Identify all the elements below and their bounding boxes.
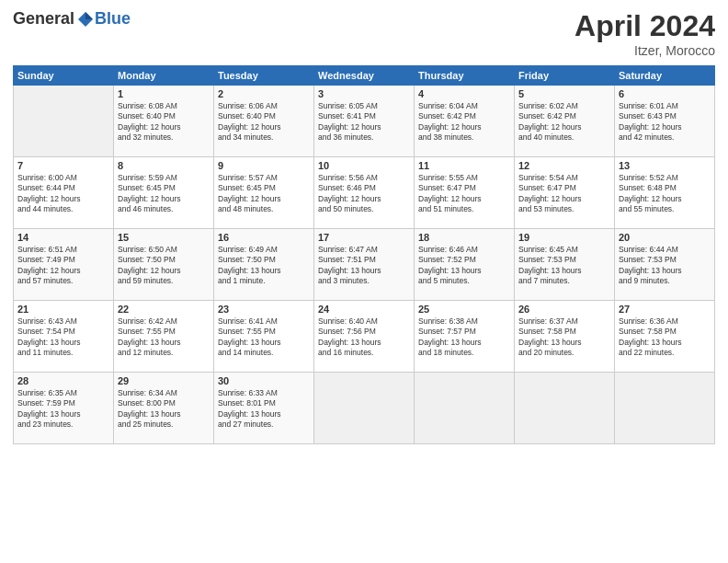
day-cell: 23Sunrise: 6:41 AM Sunset: 7:55 PM Dayli…: [214, 301, 314, 373]
week-row-4: 21Sunrise: 6:43 AM Sunset: 7:54 PM Dayli…: [14, 301, 715, 373]
day-number: 18: [418, 232, 510, 243]
col-sunday: Sunday: [14, 66, 114, 86]
day-cell: 17Sunrise: 6:47 AM Sunset: 7:51 PM Dayli…: [314, 229, 415, 301]
day-cell: [314, 373, 415, 444]
day-number: 20: [619, 232, 711, 243]
col-saturday: Saturday: [615, 66, 715, 86]
day-info: Sunrise: 6:44 AM Sunset: 7:53 PM Dayligh…: [619, 245, 711, 287]
day-info: Sunrise: 6:50 AM Sunset: 7:50 PM Dayligh…: [118, 245, 210, 287]
day-number: 21: [17, 304, 109, 315]
day-number: 10: [318, 160, 410, 171]
day-cell: 20Sunrise: 6:44 AM Sunset: 7:53 PM Dayli…: [615, 229, 715, 301]
logo-icon: [76, 10, 95, 29]
day-number: 28: [17, 375, 109, 386]
day-cell: 2Sunrise: 6:06 AM Sunset: 6:40 PM Daylig…: [214, 86, 314, 157]
day-cell: 29Sunrise: 6:34 AM Sunset: 8:00 PM Dayli…: [114, 373, 214, 444]
day-cell: 12Sunrise: 5:54 AM Sunset: 6:47 PM Dayli…: [515, 157, 615, 229]
day-number: 15: [118, 232, 210, 243]
day-number: 30: [218, 375, 310, 386]
day-number: 5: [518, 88, 610, 99]
week-row-2: 7Sunrise: 6:00 AM Sunset: 6:44 PM Daylig…: [14, 157, 715, 229]
col-thursday: Thursday: [415, 66, 515, 86]
day-info: Sunrise: 6:35 AM Sunset: 7:59 PM Dayligh…: [17, 388, 109, 431]
day-cell: 18Sunrise: 6:46 AM Sunset: 7:52 PM Dayli…: [415, 229, 515, 301]
day-number: 23: [218, 304, 310, 315]
day-info: Sunrise: 6:41 AM Sunset: 7:55 PM Dayligh…: [218, 316, 310, 359]
day-number: 25: [418, 304, 510, 315]
week-row-5: 28Sunrise: 6:35 AM Sunset: 7:59 PM Dayli…: [14, 373, 715, 444]
day-info: Sunrise: 5:56 AM Sunset: 6:46 PM Dayligh…: [318, 173, 410, 215]
day-info: Sunrise: 6:38 AM Sunset: 7:57 PM Dayligh…: [418, 316, 510, 359]
day-info: Sunrise: 6:40 AM Sunset: 7:56 PM Dayligh…: [318, 316, 410, 359]
day-number: 9: [218, 160, 310, 171]
logo: General Blue: [13, 9, 131, 29]
day-info: Sunrise: 6:36 AM Sunset: 7:58 PM Dayligh…: [619, 316, 711, 359]
day-number: 22: [118, 304, 210, 315]
day-number: 19: [518, 232, 610, 243]
day-number: 2: [218, 88, 310, 99]
col-monday: Monday: [114, 66, 214, 86]
day-number: 26: [518, 304, 610, 315]
day-info: Sunrise: 6:33 AM Sunset: 8:01 PM Dayligh…: [218, 388, 310, 431]
day-info: Sunrise: 5:55 AM Sunset: 6:47 PM Dayligh…: [418, 173, 510, 215]
day-cell: [14, 86, 114, 157]
day-cell: [515, 373, 615, 444]
day-info: Sunrise: 6:43 AM Sunset: 7:54 PM Dayligh…: [17, 316, 109, 359]
day-cell: 9Sunrise: 5:57 AM Sunset: 6:45 PM Daylig…: [214, 157, 314, 229]
day-info: Sunrise: 5:54 AM Sunset: 6:47 PM Dayligh…: [518, 173, 610, 215]
day-cell: 19Sunrise: 6:45 AM Sunset: 7:53 PM Dayli…: [515, 229, 615, 301]
day-cell: 27Sunrise: 6:36 AM Sunset: 7:58 PM Dayli…: [615, 301, 715, 373]
day-cell: 21Sunrise: 6:43 AM Sunset: 7:54 PM Dayli…: [14, 301, 114, 373]
day-cell: 28Sunrise: 6:35 AM Sunset: 7:59 PM Dayli…: [14, 373, 114, 444]
day-cell: 14Sunrise: 6:51 AM Sunset: 7:49 PM Dayli…: [14, 229, 114, 301]
day-info: Sunrise: 6:00 AM Sunset: 6:44 PM Dayligh…: [17, 173, 109, 215]
page: General Blue April 2024 Itzer, Morocco S…: [0, 0, 728, 563]
day-number: 14: [17, 232, 109, 243]
day-cell: 3Sunrise: 6:05 AM Sunset: 6:41 PM Daylig…: [314, 86, 415, 157]
day-number: 3: [318, 88, 410, 99]
header-row: Sunday Monday Tuesday Wednesday Thursday…: [14, 66, 715, 86]
month-title: April 2024: [574, 9, 715, 43]
day-number: 8: [118, 160, 210, 171]
col-friday: Friday: [515, 66, 615, 86]
day-number: 6: [619, 88, 711, 99]
day-number: 1: [118, 88, 210, 99]
day-info: Sunrise: 6:34 AM Sunset: 8:00 PM Dayligh…: [118, 388, 210, 431]
day-number: 29: [118, 375, 210, 386]
day-cell: 1Sunrise: 6:08 AM Sunset: 6:40 PM Daylig…: [114, 86, 214, 157]
day-cell: 10Sunrise: 5:56 AM Sunset: 6:46 PM Dayli…: [314, 157, 415, 229]
day-number: 17: [318, 232, 410, 243]
day-cell: 22Sunrise: 6:42 AM Sunset: 7:55 PM Dayli…: [114, 301, 214, 373]
svg-marker-1: [85, 12, 93, 19]
day-info: Sunrise: 5:57 AM Sunset: 6:45 PM Dayligh…: [218, 173, 310, 215]
day-number: 13: [619, 160, 711, 171]
day-cell: 15Sunrise: 6:50 AM Sunset: 7:50 PM Dayli…: [114, 229, 214, 301]
day-cell: [415, 373, 515, 444]
day-number: 27: [619, 304, 711, 315]
day-cell: 11Sunrise: 5:55 AM Sunset: 6:47 PM Dayli…: [415, 157, 515, 229]
day-info: Sunrise: 6:49 AM Sunset: 7:50 PM Dayligh…: [218, 245, 310, 287]
header: General Blue April 2024 Itzer, Morocco: [13, 9, 715, 58]
day-info: Sunrise: 6:06 AM Sunset: 6:40 PM Dayligh…: [218, 101, 310, 144]
day-info: Sunrise: 6:04 AM Sunset: 6:42 PM Dayligh…: [418, 101, 510, 144]
day-cell: 6Sunrise: 6:01 AM Sunset: 6:43 PM Daylig…: [615, 86, 715, 157]
day-number: 7: [17, 160, 109, 171]
col-wednesday: Wednesday: [314, 66, 415, 86]
day-cell: 5Sunrise: 6:02 AM Sunset: 6:42 PM Daylig…: [515, 86, 615, 157]
day-info: Sunrise: 6:01 AM Sunset: 6:43 PM Dayligh…: [619, 101, 711, 144]
day-number: 12: [518, 160, 610, 171]
logo-general: General: [13, 9, 74, 29]
calendar-table: Sunday Monday Tuesday Wednesday Thursday…: [13, 65, 715, 444]
day-cell: 25Sunrise: 6:38 AM Sunset: 7:57 PM Dayli…: [415, 301, 515, 373]
day-info: Sunrise: 6:42 AM Sunset: 7:55 PM Dayligh…: [118, 316, 210, 359]
day-info: Sunrise: 6:45 AM Sunset: 7:53 PM Dayligh…: [518, 245, 610, 287]
day-info: Sunrise: 6:37 AM Sunset: 7:58 PM Dayligh…: [518, 316, 610, 359]
logo-blue: Blue: [95, 9, 131, 29]
day-number: 4: [418, 88, 510, 99]
day-cell: 24Sunrise: 6:40 AM Sunset: 7:56 PM Dayli…: [314, 301, 415, 373]
day-info: Sunrise: 6:05 AM Sunset: 6:41 PM Dayligh…: [318, 101, 410, 144]
day-cell: 26Sunrise: 6:37 AM Sunset: 7:58 PM Dayli…: [515, 301, 615, 373]
day-cell: 7Sunrise: 6:00 AM Sunset: 6:44 PM Daylig…: [14, 157, 114, 229]
day-cell: 16Sunrise: 6:49 AM Sunset: 7:50 PM Dayli…: [214, 229, 314, 301]
day-number: 11: [418, 160, 510, 171]
